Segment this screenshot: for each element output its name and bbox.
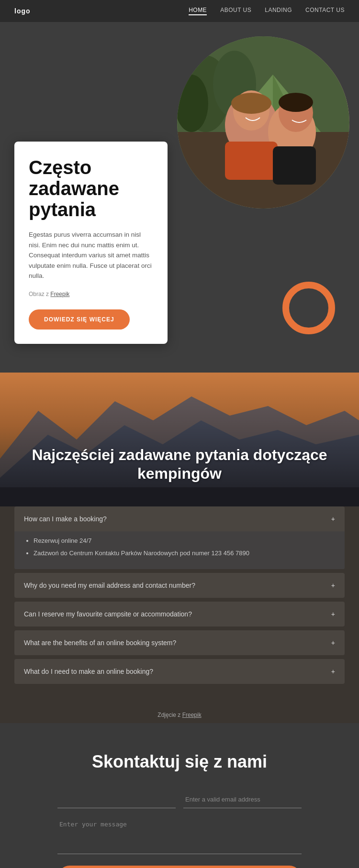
navigation: logo HOME ABOUT US LANDING CONTACT US: [0, 0, 359, 22]
nav-home[interactable]: HOME: [189, 7, 207, 15]
faq-answer-item: Rezerwuj online 24/7: [34, 536, 335, 546]
hero-description: Egestas purus viverra accumsan in nisl n…: [29, 230, 153, 281]
faq-item-2: Why do you need my email address and con…: [14, 573, 345, 598]
faq-credit-link[interactable]: Freepik: [182, 712, 202, 718]
faq-item-3: Can I reserve my favourite campsite or a…: [14, 602, 345, 626]
faq-item-5-header[interactable]: What do I need to make an online booking…: [14, 659, 345, 684]
hero-section: Często zadawane pytania Egestas purus vi…: [0, 22, 359, 373]
faq-item-4-header[interactable]: What are the benefits of an online booki…: [14, 630, 345, 655]
faq-plus-3[interactable]: +: [331, 610, 335, 618]
svg-rect-14: [273, 146, 316, 185]
faq-item-1-header[interactable]: How can I make a booking? +: [14, 506, 345, 531]
faq-answer-item: Zadzwoń do Centrum Kontaktu Parków Narod…: [34, 549, 335, 558]
faq-title-area: Najczęściej zadawane pytania dotyczące k…: [0, 446, 359, 492]
email-input[interactable]: [183, 791, 302, 808]
faq-photo-credit: Zdjęcie z Freepik: [0, 702, 359, 723]
submit-button[interactable]: SKŁADAĆ: [57, 866, 302, 868]
nav-contact[interactable]: CONTACT US: [305, 7, 345, 15]
hero-cta-button[interactable]: DOWIEDZ SIĘ WIĘCEJ: [29, 309, 130, 330]
faq-mountain-background: Najczęściej zadawane pytania dotyczące k…: [0, 373, 359, 506]
hero-decorative-circle: [282, 282, 335, 334]
logo: logo: [14, 7, 31, 15]
svg-point-11: [279, 93, 313, 112]
hero-credit-link[interactable]: Freepik: [50, 291, 69, 297]
faq-items-container: How can I make a booking? + Rezerwuj onl…: [0, 506, 359, 702]
message-textarea[interactable]: [57, 816, 302, 854]
nav-landing[interactable]: LANDING: [265, 7, 292, 15]
faq-item-2-header[interactable]: Why do you need my email address and con…: [14, 573, 345, 598]
svg-rect-13: [225, 142, 278, 180]
faq-question-1: How can I make a booking?: [24, 515, 107, 523]
faq-question-2: Why do you need my email address and con…: [24, 582, 195, 589]
faq-answer-1: Rezerwuj online 24/7 Zadzwoń do Centrum …: [14, 531, 345, 569]
contact-title: Skontaktuj się z nami: [57, 752, 302, 772]
faq-question-5: What do I need to make an online booking…: [24, 668, 153, 675]
faq-plus-4[interactable]: +: [331, 639, 335, 647]
hero-card: Często zadawane pytania Egestas purus vi…: [14, 142, 168, 344]
faq-item-5: What do I need to make an online booking…: [14, 659, 345, 684]
faq-plus-5[interactable]: +: [331, 668, 335, 675]
contact-section: Skontaktuj się z nami SKŁADAĆ: [0, 723, 359, 868]
faq-plus-2[interactable]: +: [331, 582, 335, 589]
faq-question-4: What are the benefits of an online booki…: [24, 639, 176, 647]
faq-plus-1[interactable]: +: [331, 515, 335, 523]
svg-point-12: [231, 93, 271, 114]
faq-item-3-header[interactable]: Can I reserve my favourite campsite or a…: [14, 602, 345, 626]
faq-item-1: How can I make a booking? + Rezerwuj onl…: [14, 506, 345, 569]
nav-about[interactable]: ABOUT US: [220, 7, 251, 15]
hero-image: [177, 36, 349, 209]
faq-section: Najczęściej zadawane pytania dotyczące k…: [0, 373, 359, 723]
faq-heading: Najczęściej zadawane pytania dotyczące k…: [19, 446, 340, 483]
hero-title: Często zadawane pytania: [29, 157, 153, 220]
hero-image-credit: Obraz z Freepik: [29, 290, 153, 299]
faq-question-3: Can I reserve my favourite campsite or a…: [24, 610, 192, 618]
contact-form: SKŁADAĆ: [57, 791, 302, 868]
nav-links: HOME ABOUT US LANDING CONTACT US: [189, 7, 345, 15]
name-input[interactable]: [57, 791, 176, 808]
form-name-email-row: [57, 791, 302, 808]
faq-item-4: What are the benefits of an online booki…: [14, 630, 345, 655]
